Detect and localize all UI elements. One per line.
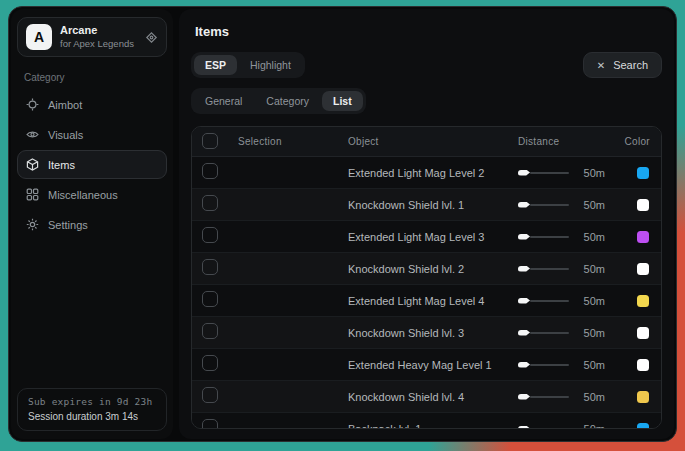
table-header-row: Selection Object Distance Color xyxy=(192,127,661,157)
sidebar-item-label: Visuals xyxy=(48,129,83,141)
table-row: Backpack lvl. 1 50m xyxy=(192,412,661,429)
object-label: Backpack lvl. 1 xyxy=(348,423,518,430)
pin-icon[interactable] xyxy=(145,31,158,44)
toolbar: ESP Highlight ✕ Search xyxy=(191,52,662,78)
color-swatch[interactable] xyxy=(637,359,649,371)
slider-thumb-icon[interactable] xyxy=(518,394,530,400)
table-row: Knockdown Shield lvl. 4 50m xyxy=(192,380,661,412)
color-swatch[interactable] xyxy=(637,199,649,211)
row-checkbox[interactable] xyxy=(202,163,218,179)
distance-slider[interactable] xyxy=(518,426,569,430)
color-swatch[interactable] xyxy=(637,295,649,307)
sidebar-item-settings[interactable]: Settings xyxy=(17,210,167,239)
color-swatch[interactable] xyxy=(637,263,649,275)
slider-thumb-icon[interactable] xyxy=(518,234,530,240)
color-swatch[interactable] xyxy=(637,423,649,430)
tab-list[interactable]: List xyxy=(322,91,363,111)
view-tab-group: General Category List xyxy=(191,88,366,114)
slider-thumb-icon[interactable] xyxy=(518,426,530,430)
tab-highlight[interactable]: Highlight xyxy=(239,55,302,75)
header-distance: Distance xyxy=(518,136,605,147)
grid-icon xyxy=(26,188,39,201)
slider-track xyxy=(530,396,569,398)
slider-thumb-icon[interactable] xyxy=(518,202,530,208)
row-checkbox[interactable] xyxy=(202,355,218,371)
object-label: Knockdown Shield lvl. 2 xyxy=(348,263,518,275)
app-window: A Arcane for Apex Legends Category Aimbo… xyxy=(8,6,677,442)
slider-track xyxy=(530,268,569,270)
sidebar-item-aimbot[interactable]: Aimbot xyxy=(17,90,167,119)
search-button[interactable]: ✕ Search xyxy=(583,52,662,78)
tab-general[interactable]: General xyxy=(194,91,253,111)
sidebar-item-visuals[interactable]: Visuals xyxy=(17,120,167,149)
row-checkbox[interactable] xyxy=(202,323,218,339)
slider-thumb-icon[interactable] xyxy=(518,330,530,336)
slider-thumb-icon[interactable] xyxy=(518,170,530,176)
row-checkbox[interactable] xyxy=(202,387,218,403)
distance-slider[interactable] xyxy=(518,298,569,304)
header-color: Color xyxy=(605,136,651,147)
color-swatch[interactable] xyxy=(637,231,649,243)
items-table: Selection Object Distance Color Extended… xyxy=(191,126,662,429)
sidebar: A Arcane for Apex Legends Category Aimbo… xyxy=(11,9,173,439)
slider-thumb-icon[interactable] xyxy=(518,362,530,368)
cube-icon xyxy=(26,158,39,171)
crosshair-icon xyxy=(26,98,39,111)
search-button-label: Search xyxy=(613,59,648,71)
brand-text: Arcane for Apex Legends xyxy=(60,24,134,50)
row-checkbox[interactable] xyxy=(202,419,218,430)
distance-slider[interactable] xyxy=(518,202,569,208)
page-title: Items xyxy=(195,24,662,39)
object-label: Extended Light Mag Level 2 xyxy=(348,167,518,179)
color-swatch[interactable] xyxy=(637,391,649,403)
distance-slider[interactable] xyxy=(518,362,569,368)
slider-track xyxy=(530,172,569,174)
color-swatch[interactable] xyxy=(637,167,649,179)
distance-slider[interactable] xyxy=(518,394,569,400)
row-checkbox[interactable] xyxy=(202,195,218,211)
session-card: Sub expires in 9d 23h Session duration 3… xyxy=(17,388,167,431)
distance-slider[interactable] xyxy=(518,170,569,176)
table-row: Knockdown Shield lvl. 1 50m xyxy=(192,188,661,220)
category-section-label: Category xyxy=(24,72,160,83)
sidebar-item-items[interactable]: Items xyxy=(17,150,167,179)
slider-track xyxy=(530,428,569,430)
row-checkbox[interactable] xyxy=(202,259,218,275)
distance-slider[interactable] xyxy=(518,266,569,272)
brand-title: Arcane xyxy=(60,24,134,38)
distance-value: 50m xyxy=(579,359,605,371)
brand-card: A Arcane for Apex Legends xyxy=(17,17,167,57)
distance-slider[interactable] xyxy=(518,330,569,336)
distance-value: 50m xyxy=(579,327,605,339)
sidebar-item-label: Settings xyxy=(48,219,88,231)
slider-thumb-icon[interactable] xyxy=(518,266,530,272)
tab-esp[interactable]: ESP xyxy=(194,55,237,75)
table-row: Knockdown Shield lvl. 3 50m xyxy=(192,316,661,348)
table-row: Extended Light Mag Level 2 50m xyxy=(192,157,661,188)
slider-track xyxy=(530,236,569,238)
sidebar-item-miscellaneous[interactable]: Miscellaneous xyxy=(17,180,167,209)
main-content: Items ESP Highlight ✕ Search General Cat… xyxy=(179,9,674,439)
object-label: Knockdown Shield lvl. 1 xyxy=(348,199,518,211)
table-row: Knockdown Shield lvl. 2 50m xyxy=(192,252,661,284)
slider-track xyxy=(530,364,569,366)
distance-slider[interactable] xyxy=(518,234,569,240)
row-checkbox[interactable] xyxy=(202,291,218,307)
slider-thumb-icon[interactable] xyxy=(518,298,530,304)
brand-subtitle: for Apex Legends xyxy=(60,38,134,50)
object-label: Extended Light Mag Level 4 xyxy=(348,295,518,307)
view-tabs-row: General Category List xyxy=(191,88,662,114)
select-all-checkbox[interactable] xyxy=(202,133,218,149)
distance-value: 50m xyxy=(579,391,605,403)
slider-track xyxy=(530,300,569,302)
header-object: Object xyxy=(348,136,518,147)
sub-expiry-text: Sub expires in 9d 23h xyxy=(28,396,156,407)
row-checkbox[interactable] xyxy=(202,227,218,243)
sidebar-item-label: Miscellaneous xyxy=(48,189,118,201)
color-swatch[interactable] xyxy=(637,327,649,339)
distance-value: 50m xyxy=(579,295,605,307)
tab-category[interactable]: Category xyxy=(255,91,320,111)
x-icon: ✕ xyxy=(597,60,605,71)
eye-icon xyxy=(26,128,39,141)
object-label: Extended Light Mag Level 3 xyxy=(348,231,518,243)
